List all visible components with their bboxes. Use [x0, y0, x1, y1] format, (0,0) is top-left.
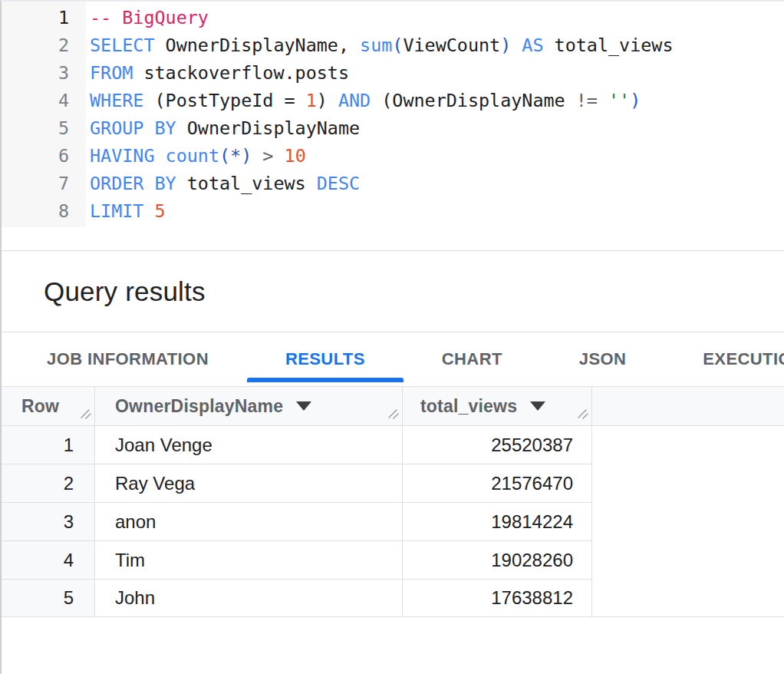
token-str: '' [608, 90, 630, 111]
token-id: ) [317, 90, 338, 111]
token-kw: SELECT [90, 35, 155, 56]
token-id [252, 145, 262, 167]
token-id: (PostTypeId = [143, 90, 305, 111]
token-kw: FROM [90, 62, 133, 84]
header-filler [592, 387, 784, 425]
tab-json[interactable]: JSON [541, 332, 665, 386]
owner-display-name-cell: John [95, 580, 403, 616]
token-kw: GROUP BY [90, 117, 176, 139]
code-text: LIMIT 5 [86, 197, 166, 225]
line-number: 7 [2, 170, 86, 197]
sort-dropdown-icon[interactable] [296, 401, 311, 411]
table-row: 3anon19814224 [2, 503, 592, 541]
code-line-5: 5GROUP BY OwnerDisplayName [2, 114, 784, 142]
total-views-cell: 19028260 [403, 541, 592, 579]
column-header-label: total_views [420, 396, 517, 417]
token-num: 1 [306, 90, 317, 111]
token-paren: ) [630, 90, 641, 111]
row-number-cell: 4 [2, 541, 95, 579]
token-kw: DESC [317, 173, 360, 194]
tab-label: JSON [579, 349, 627, 369]
token-num: 5 [155, 200, 166, 222]
sql-editor[interactable]: 1-- BigQuery2SELECT OwnerDisplayName, su… [2, 2, 784, 250]
total-views-cell: 25520387 [403, 426, 592, 464]
token-id [143, 200, 154, 222]
table-row: 2Ray Vega21576470 [2, 464, 592, 503]
token-id: (OwnerDisplayName [371, 90, 576, 111]
token-fn: count [166, 145, 219, 167]
column-header-ownerdisplayname: OwnerDisplayName [95, 387, 403, 425]
column-header-label: Row [21, 396, 59, 417]
results-table: RowOwnerDisplayNametotal_views 1Joan Ven… [2, 387, 784, 617]
token-fn: sum [360, 35, 392, 56]
table-header-row: RowOwnerDisplayNametotal_views [2, 387, 784, 426]
token-kw: AS [522, 35, 543, 56]
code-line-3: 3FROM stackoverflow.posts [2, 59, 784, 87]
table-row: 1Joan Venge25520387 [2, 426, 592, 464]
token-num: 10 [285, 145, 306, 167]
column-header-row: Row [2, 387, 95, 425]
token-kw: LIMIT [90, 200, 143, 222]
line-number: 8 [2, 197, 86, 225]
code-line-1: 1-- BigQuery [2, 4, 784, 31]
row-number-cell: 1 [2, 426, 95, 464]
owner-display-name-cell: anon [95, 503, 403, 540]
token-id: OwnerDisplayName, [155, 35, 361, 56]
token-id [155, 145, 166, 167]
table-row: 5John17638812 [2, 580, 592, 616]
tab-chart[interactable]: CHART [404, 332, 541, 386]
results-tab-bar: JOB INFORMATIONRESULTSCHARTJSONEXECUTION… [2, 332, 784, 387]
owner-display-name-cell: Ray Vega [95, 464, 403, 502]
row-number-cell: 2 [2, 464, 95, 502]
tab-results[interactable]: RESULTS [247, 332, 404, 386]
sql-code: 1-- BigQuery2SELECT OwnerDisplayName, su… [2, 2, 784, 225]
code-text: HAVING count(*) > 10 [86, 142, 306, 170]
column-header-total-views: total_views [403, 387, 592, 425]
code-text: -- BigQuery [86, 4, 209, 31]
owner-display-name-cell: Joan Venge [95, 426, 403, 464]
token-paren: ) [500, 35, 511, 56]
code-text: GROUP BY OwnerDisplayName [86, 114, 360, 142]
line-number: 4 [2, 87, 86, 114]
token-id [273, 145, 284, 167]
tab-job-information[interactable]: JOB INFORMATION [8, 332, 247, 386]
line-number: 2 [2, 31, 86, 59]
page-title: Query results [2, 276, 206, 307]
line-number: 1 [2, 4, 86, 31]
code-line-7: 7ORDER BY total_views DESC [2, 170, 784, 197]
token-id [511, 35, 522, 56]
token-id: stackoverflow.posts [133, 62, 349, 84]
token-kw: ORDER BY [90, 173, 176, 194]
line-number: 3 [2, 59, 86, 87]
token-comment: -- BigQuery [90, 7, 209, 28]
row-number-cell: 5 [2, 580, 95, 616]
row-number-cell: 3 [2, 503, 95, 540]
total-views-cell: 21576470 [403, 464, 592, 502]
tab-label: CHART [442, 349, 502, 369]
table-bottom-border [2, 616, 784, 617]
sort-dropdown-icon[interactable] [530, 401, 545, 411]
line-number: 5 [2, 114, 86, 142]
total-views-cell: 19814224 [403, 503, 592, 540]
tab-label: EXECUTION DETAILS [703, 349, 784, 369]
tab-execution-details[interactable]: EXECUTION DETAILS [664, 332, 784, 386]
line-number: 6 [2, 142, 86, 170]
token-id: total_views [544, 35, 674, 56]
token-kw: AND [338, 90, 371, 111]
column-resize-icon[interactable] [80, 403, 92, 424]
query-results-header: Query results [2, 250, 784, 332]
total-views-cell: 17638812 [403, 580, 592, 616]
code-text: ORDER BY total_views DESC [86, 170, 360, 197]
token-kw: WHERE [90, 90, 143, 111]
token-id [598, 90, 608, 111]
token-id: OwnerDisplayName [176, 117, 360, 139]
column-resize-icon[interactable] [577, 403, 589, 424]
token-id: ViewCount [403, 35, 500, 56]
column-resize-icon[interactable] [387, 403, 400, 424]
code-text: WHERE (PostTypeId = 1) AND (OwnerDisplay… [86, 87, 641, 114]
token-paren: (*) [219, 145, 252, 167]
code-text: SELECT OwnerDisplayName, sum(ViewCount) … [86, 31, 674, 59]
token-paren: ( [392, 35, 403, 56]
code-line-8: 8LIMIT 5 [2, 197, 784, 225]
table-body: 1Joan Venge255203872Ray Vega215764703ano… [2, 426, 784, 616]
